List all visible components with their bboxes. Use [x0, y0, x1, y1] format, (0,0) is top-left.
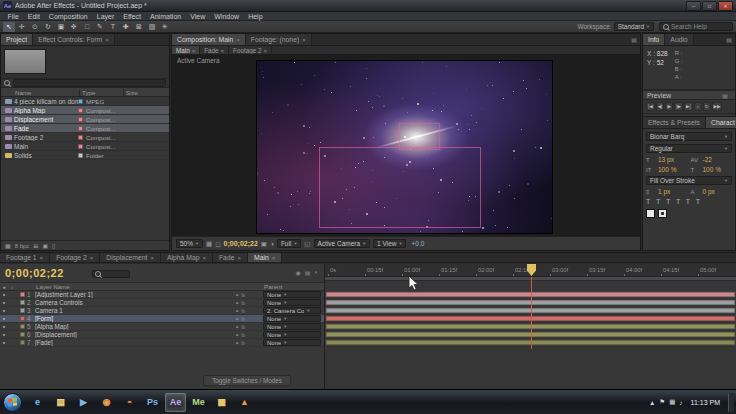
camera-dropdown[interactable]: Active Camera▼: [314, 239, 371, 248]
quality-switch-icon[interactable]: ✦: [235, 308, 239, 314]
parent-dropdown[interactable]: None ▼: [263, 315, 321, 322]
project-search-input[interactable]: [13, 79, 166, 87]
project-item-footage-2[interactable]: Footage 2 Composi...: [1, 133, 169, 142]
hand-tool[interactable]: ✛: [16, 22, 28, 32]
parent-dropdown[interactable]: None ▼: [263, 299, 321, 306]
timeline-tab-footage-1[interactable]: Footage 1 ×: [0, 253, 50, 262]
effects-switch-icon[interactable]: fx: [241, 300, 245, 306]
kerning-value[interactable]: -22: [703, 156, 733, 163]
font-size-value[interactable]: 13 px: [658, 156, 688, 163]
clone-stamp-tool[interactable]: ⊠: [133, 22, 145, 32]
snapshot-icon[interactable]: ▣: [261, 240, 267, 248]
layer-name[interactable]: [Form]: [35, 315, 235, 322]
label-color-chip[interactable]: [78, 117, 83, 122]
camera-tool[interactable]: ▣: [55, 22, 67, 32]
pan-behind-tool[interactable]: ✜: [68, 22, 80, 32]
timeline-tab-main[interactable]: Main ×: [248, 253, 282, 262]
taskbar-icon-after-effects[interactable]: Ae: [165, 393, 186, 412]
layer-switches[interactable]: ✦fx: [235, 292, 263, 298]
quality-switch-icon[interactable]: ✦: [235, 316, 239, 322]
layer-name[interactable]: [Displacement]: [35, 331, 235, 338]
close-tab-icon[interactable]: ×: [221, 48, 225, 54]
taskbar-clock[interactable]: 11:13 PM: [687, 399, 724, 406]
new-composition-icon[interactable]: ▣: [42, 242, 48, 249]
label-color-chip[interactable]: [20, 316, 25, 321]
timeline-tab-alpha-map[interactable]: Alpha Map ×: [161, 253, 213, 262]
project-bit-depth[interactable]: 8 bpc: [15, 243, 30, 249]
project-item-alpha-map[interactable]: Alpha Map Composi...: [1, 106, 169, 115]
preview-panel-header[interactable]: Preview ▤: [643, 90, 735, 100]
interpret-footage-icon[interactable]: ▦: [5, 242, 11, 249]
layer-row-form[interactable]: ● 4 [Form] ✦fx None ▼: [0, 315, 324, 323]
current-time-display[interactable]: 0;00;02;22: [224, 240, 258, 247]
layer-switches[interactable]: ✦fx: [235, 300, 263, 306]
close-tab-icon[interactable]: ×: [202, 255, 206, 261]
label-color-chip[interactable]: [20, 292, 25, 297]
effects-switch-icon[interactable]: fx: [241, 340, 245, 346]
close-tab-icon[interactable]: ×: [236, 37, 240, 43]
layer-name-column[interactable]: Layer Name: [36, 283, 70, 290]
quality-switch-icon[interactable]: ✦: [235, 332, 239, 338]
timeline-search[interactable]: [92, 270, 130, 278]
first-frame-button[interactable]: |◀: [646, 102, 655, 111]
timeline-current-time[interactable]: 0;00;02;22: [5, 267, 64, 279]
taskbar-icon-media-player[interactable]: ▶: [73, 393, 94, 412]
draft-3d-icon[interactable]: ▤: [305, 269, 311, 276]
label-color-chip[interactable]: [20, 332, 25, 337]
exposure-value[interactable]: +0.0: [411, 240, 424, 247]
taskbar-icon-firefox[interactable]: ◓: [119, 393, 140, 412]
search-help-input[interactable]: [671, 23, 729, 30]
label-color-chip[interactable]: [78, 126, 83, 131]
stroke-width-value[interactable]: 1 px: [658, 188, 688, 195]
menu-edit[interactable]: Edit: [23, 12, 44, 21]
label-color-chip[interactable]: [78, 108, 83, 113]
maximize-button[interactable]: □: [702, 1, 717, 11]
layer-switches[interactable]: ✦fx: [235, 340, 263, 346]
taskbar-icon-documents-folder[interactable]: ▦: [211, 393, 232, 412]
layer-row-camera-1[interactable]: ● 3 Camera 1 ✦fx 2. Camera Co ▼: [0, 307, 324, 315]
layer-switches[interactable]: ✦fx: [235, 308, 263, 314]
close-tab-icon[interactable]: ×: [150, 255, 154, 261]
rotation-tool[interactable]: ↻: [42, 22, 54, 32]
layer-switches[interactable]: ✦fx: [235, 332, 263, 338]
parent-dropdown[interactable]: None ▼: [263, 339, 321, 346]
selection-tool[interactable]: ↖: [3, 22, 15, 32]
menu-file[interactable]: File: [3, 12, 23, 21]
label-color-chip[interactable]: [78, 99, 83, 104]
eye-icon[interactable]: ●: [0, 324, 8, 329]
action-center-icon[interactable]: ⚑: [659, 398, 665, 406]
menu-view[interactable]: View: [186, 12, 210, 21]
menu-window[interactable]: Window: [210, 12, 244, 21]
audio-toggle-button[interactable]: ♪: [694, 102, 702, 111]
layer-name[interactable]: Camera 1: [35, 307, 235, 314]
minimize-button[interactable]: ─: [686, 1, 701, 11]
label-color-chip[interactable]: [78, 144, 83, 149]
tab-info[interactable]: Info: [643, 34, 665, 45]
close-tab-icon[interactable]: ×: [237, 255, 241, 261]
label-color-chip[interactable]: [20, 340, 25, 345]
play-button[interactable]: ▶: [665, 102, 673, 111]
close-tab-icon[interactable]: ×: [90, 255, 94, 261]
region-of-interest-icon[interactable]: ◱: [304, 240, 310, 248]
grid-options-icon[interactable]: ▦: [206, 240, 212, 248]
menu-layer[interactable]: Layer: [92, 12, 119, 21]
last-frame-button[interactable]: ▶|: [684, 102, 693, 111]
taskbar-icon-vlc[interactable]: ▲: [234, 393, 255, 412]
show-desktop-button[interactable]: [728, 393, 734, 412]
parent-dropdown[interactable]: 2. Camera Co ▼: [263, 307, 321, 314]
parent-dropdown[interactable]: None ▼: [263, 331, 321, 338]
column-name[interactable]: Name: [1, 89, 79, 96]
menu-composition[interactable]: Composition: [44, 12, 92, 21]
network-icon[interactable]: ▦: [669, 398, 675, 406]
tab-composition-main[interactable]: Composition: Main ×: [172, 34, 246, 45]
close-tab-icon[interactable]: ×: [263, 48, 267, 54]
layer-switches[interactable]: ✦fx: [235, 324, 263, 330]
tab-effects-presets[interactable]: Effects & Presets: [643, 117, 706, 128]
layer-row-camera-controls[interactable]: ● 2 Camera Controls ✦fx None ▼: [0, 299, 324, 307]
taskbar-icon-chrome[interactable]: ◉: [96, 393, 117, 412]
faux-styles-row[interactable]: T T T T T T: [646, 198, 732, 205]
tab-project[interactable]: Project: [1, 34, 33, 45]
tab-character[interactable]: Charact: [706, 117, 736, 128]
current-time-indicator[interactable]: [531, 277, 532, 349]
layer-row-alpha-map[interactable]: ● 5 [Alpha Map] ✦fx None ▼: [0, 323, 324, 331]
